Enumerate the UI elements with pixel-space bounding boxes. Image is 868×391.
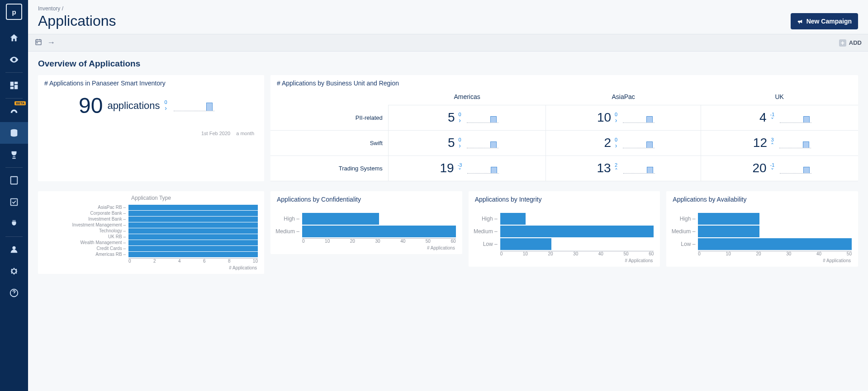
matrix-cell[interactable]: 20 -1˅ (701, 155, 858, 181)
trophy-icon (9, 150, 19, 160)
matrix-cell[interactable]: 5 0› (388, 130, 546, 155)
metric-footer: 1st Feb 2020 a month (38, 120, 264, 141)
svg-point-3 (12, 246, 15, 250)
matrix-cell[interactable]: 5 0› (388, 105, 546, 131)
matrix-table: AmericasAsiaPacUKPII-related 5 0› 10 0› … (270, 89, 858, 181)
main-content: Inventory / Applications New Campaign → … (28, 0, 868, 391)
breadcrumb[interactable]: Inventory / (38, 5, 116, 12)
matrix-row-header: Trading Systems (270, 155, 388, 181)
nav-gauge[interactable]: BETA (0, 100, 28, 122)
nav-trophy[interactable] (0, 144, 28, 165)
nav-visibility[interactable] (0, 49, 28, 71)
cia-chart-title: Applications by Confidentiality (270, 191, 462, 205)
matrix-col-header: UK (701, 89, 858, 105)
hbar-row: Americas RB (128, 252, 258, 257)
metric-delta: 0 › (165, 100, 167, 111)
hbar-row: Low (500, 238, 654, 250)
date-picker-icon[interactable] (34, 38, 43, 47)
nav-home[interactable] (0, 27, 28, 49)
logo[interactable]: p (6, 4, 22, 20)
chevron-right-icon: › (165, 105, 167, 111)
matrix-cell[interactable]: 2 0› (546, 130, 701, 155)
nav-help[interactable] (0, 282, 28, 304)
svg-point-6 (37, 42, 38, 43)
hbar-row: Wealth Management (128, 240, 258, 245)
nav-checklist[interactable] (0, 191, 28, 213)
check-icon (9, 197, 19, 207)
sparkline (174, 100, 214, 111)
nav-dashboard[interactable] (0, 75, 28, 96)
matrix-row-header: PII-related (270, 105, 388, 131)
dashboard-icon (9, 80, 19, 90)
hbar-row: High (500, 213, 654, 225)
matrix-card-title: # Applications by Business Unit and Regi… (270, 75, 858, 89)
metric-unit: applications (107, 100, 160, 112)
apptype-chart: Application Type AsiaPac RBCorporate Ban… (38, 191, 264, 274)
apptype-chart-title: Application Type (38, 195, 264, 201)
help-icon (9, 288, 19, 298)
hbar-row: Credit Cards (128, 246, 258, 251)
metric-card-title: # Applications in Panaseer Smart Invento… (38, 75, 264, 89)
nav-calculator[interactable] (0, 170, 28, 191)
hbar-row: Low (698, 238, 852, 250)
gear-icon (9, 266, 19, 276)
new-campaign-button[interactable]: New Campaign (791, 13, 858, 29)
hbar-row: Investment Management (128, 222, 258, 228)
matrix-cell[interactable]: 12 3˄ (701, 130, 858, 155)
matrix-row-header: Swift (270, 130, 388, 155)
cia-chart-title: Applications by Integrity (469, 191, 660, 205)
add-button[interactable]: + ADD (839, 39, 862, 47)
matrix-cell[interactable]: 10 0› (546, 105, 701, 131)
plug-icon (9, 219, 19, 229)
page-title: Applications (38, 13, 116, 29)
hbar-row: AsiaPac RB (128, 205, 258, 210)
header: Inventory / Applications New Campaign (28, 0, 868, 34)
nav-user[interactable] (0, 239, 28, 260)
home-icon (9, 33, 19, 43)
hbar-row: Medium (302, 226, 456, 237)
integrity-chart: Applications by Integrity HighMediumLow … (469, 191, 660, 267)
matrix-cell[interactable]: 4 -1˅ (701, 105, 858, 131)
plus-icon: + (839, 39, 846, 47)
availability-chart: Applications by Availability HighMediumL… (666, 191, 858, 267)
user-icon (9, 245, 19, 254)
nav-settings[interactable] (0, 260, 28, 282)
svg-rect-1 (11, 177, 18, 184)
matrix-cell[interactable]: 13 2˄ (546, 155, 701, 181)
cia-chart-title: Applications by Availability (666, 191, 858, 205)
metric-card: # Applications in Panaseer Smart Invento… (38, 75, 264, 181)
matrix-col-header: Americas (388, 89, 546, 105)
sidebar: p BETA (0, 0, 28, 391)
metric-value: 90 (79, 93, 103, 118)
gauge-icon (9, 106, 19, 116)
nav-plug[interactable] (0, 213, 28, 235)
matrix-card: # Applications by Business Unit and Regi… (270, 75, 858, 181)
section-title: Overview of Applications (38, 59, 858, 69)
svg-rect-5 (36, 40, 41, 45)
hbar-row: High (302, 213, 456, 225)
confidentiality-chart: Applications by Confidentiality HighMedi… (270, 191, 462, 254)
hbar-row: Corporate Bank (128, 211, 258, 216)
hbar-row: Medium (698, 226, 852, 237)
hbar-row: Technology (128, 228, 258, 234)
megaphone-icon (797, 18, 804, 25)
database-icon (9, 128, 19, 138)
hbar-row: High (698, 213, 852, 225)
matrix-cell[interactable]: 19 -3˅ (388, 155, 546, 181)
hbar-row: Investment Bank (128, 217, 258, 222)
matrix-col-header: AsiaPac (546, 89, 701, 105)
hbar-row: UK RB (128, 234, 258, 240)
beta-badge: BETA (14, 101, 26, 105)
hbar-row: Medium (500, 226, 654, 237)
svg-rect-2 (11, 199, 18, 206)
eye-icon (9, 55, 19, 65)
arrow-right-icon[interactable]: → (47, 38, 55, 47)
calculator-icon (9, 175, 19, 185)
toolbar: → + ADD (28, 34, 868, 52)
nav-inventory[interactable] (0, 122, 28, 144)
